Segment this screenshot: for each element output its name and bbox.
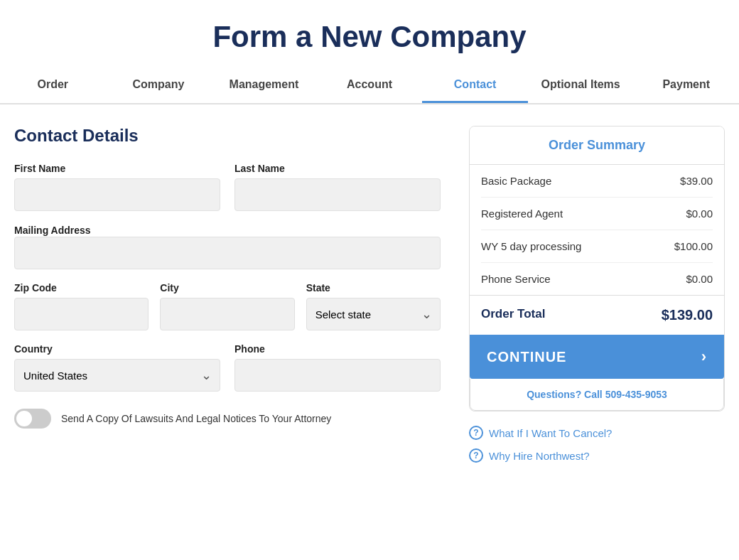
city-label: City	[160, 282, 294, 294]
cancel-link-label: What If I Want To Cancel?	[489, 427, 612, 439]
first-name-input[interactable]	[14, 178, 220, 211]
cancel-link[interactable]: ? What If I Want To Cancel?	[469, 426, 725, 440]
tab-company[interactable]: Company	[106, 68, 212, 103]
state-label: State	[306, 282, 441, 294]
country-group: Country United States Canada United King…	[14, 343, 220, 392]
order-line-basic: Basic Package $39.00	[481, 165, 713, 198]
state-group: State Select state AL AK AZ AR CA CO WY …	[306, 282, 441, 330]
last-name-label: Last Name	[234, 163, 441, 174]
zip-city-state-row: Zip Code City State Select state AL AK A…	[14, 282, 441, 330]
continue-arrow-icon: ›	[701, 348, 707, 366]
zip-code-group: Zip Code	[14, 282, 149, 330]
mailing-address-label: Mailing Address	[14, 225, 91, 236]
order-summary-body: Basic Package $39.00 Registered Agent $0…	[470, 165, 724, 295]
tab-account[interactable]: Account	[317, 68, 423, 103]
city-group: City	[160, 282, 294, 330]
country-label: Country	[14, 343, 220, 355]
order-line-phone-label: Phone Service	[481, 273, 551, 285]
attorney-toggle-label: Send A Copy Of Lawsuits And Legal Notice…	[61, 413, 331, 424]
tab-contact[interactable]: Contact	[422, 68, 528, 103]
zip-code-label: Zip Code	[14, 282, 149, 294]
main-content: Contact Details First Name Last Name Mai…	[0, 126, 739, 500]
order-total-label: Order Total	[481, 307, 545, 323]
order-summary-card: Order Summary Basic Package $39.00 Regis…	[469, 126, 725, 411]
attorney-toggle-row: Send A Copy Of Lawsuits And Legal Notice…	[14, 409, 441, 429]
contact-form: Contact Details First Name Last Name Mai…	[14, 126, 441, 471]
state-select-wrapper: Select state AL AK AZ AR CA CO WY ⌄	[306, 298, 441, 330]
zip-code-input[interactable]	[14, 298, 149, 330]
order-line-phone-amount: $0.00	[686, 273, 713, 285]
hire-help-icon: ?	[469, 448, 483, 463]
call-text: Questions? Call 509-435-9053	[470, 379, 724, 411]
section-title: Contact Details	[14, 126, 441, 146]
order-line-processing: WY 5 day processing $100.00	[481, 230, 713, 263]
city-input[interactable]	[160, 298, 294, 330]
hire-link[interactable]: ? Why Hire Northwest?	[469, 448, 725, 463]
name-row: First Name Last Name	[14, 163, 441, 211]
country-phone-row: Country United States Canada United King…	[14, 343, 441, 392]
last-name-group: Last Name	[234, 163, 441, 211]
order-sidebar: Order Summary Basic Package $39.00 Regis…	[469, 126, 725, 471]
order-line-processing-label: WY 5 day processing	[481, 240, 581, 252]
page-title: Form a New Company	[0, 0, 739, 68]
cancel-help-icon: ?	[469, 426, 483, 440]
order-line-phone: Phone Service $0.00	[481, 263, 713, 295]
continue-button-label: CONTINUE	[487, 349, 566, 365]
tab-order[interactable]: Order	[0, 68, 106, 103]
phone-label: Phone	[234, 343, 441, 355]
attorney-toggle[interactable]	[14, 409, 51, 429]
order-total-amount: $139.00	[662, 307, 713, 323]
country-select-wrapper: United States Canada United Kingdom ⌄	[14, 359, 220, 392]
first-name-group: First Name	[14, 163, 220, 211]
mailing-address-group: Mailing Address	[14, 224, 441, 269]
mailing-address-input[interactable]	[14, 237, 441, 269]
continue-button[interactable]: CONTINUE ›	[470, 335, 724, 379]
tab-optional-items[interactable]: Optional Items	[528, 68, 634, 103]
phone-group: Phone	[234, 343, 441, 392]
toggle-slider	[14, 409, 51, 429]
order-summary-title: Order Summary	[470, 126, 724, 165]
order-line-agent-amount: $0.00	[686, 208, 713, 220]
state-select[interactable]: Select state AL AK AZ AR CA CO WY	[306, 298, 441, 330]
help-links: ? What If I Want To Cancel? ? Why Hire N…	[469, 426, 725, 463]
nav-tabs: Order Company Management Account Contact…	[0, 68, 739, 104]
order-line-agent: Registered Agent $0.00	[481, 198, 713, 230]
first-name-label: First Name	[14, 163, 220, 174]
phone-input[interactable]	[234, 359, 441, 392]
tab-payment[interactable]: Payment	[633, 68, 739, 103]
order-line-agent-label: Registered Agent	[481, 208, 563, 220]
order-line-basic-amount: $39.00	[680, 175, 713, 187]
last-name-input[interactable]	[234, 178, 441, 211]
tab-management[interactable]: Management	[211, 68, 317, 103]
order-line-basic-label: Basic Package	[481, 175, 551, 187]
country-select[interactable]: United States Canada United Kingdom	[14, 359, 220, 392]
hire-link-label: Why Hire Northwest?	[489, 450, 590, 462]
order-line-processing-amount: $100.00	[674, 240, 713, 252]
order-total-row: Order Total $139.00	[470, 295, 724, 335]
